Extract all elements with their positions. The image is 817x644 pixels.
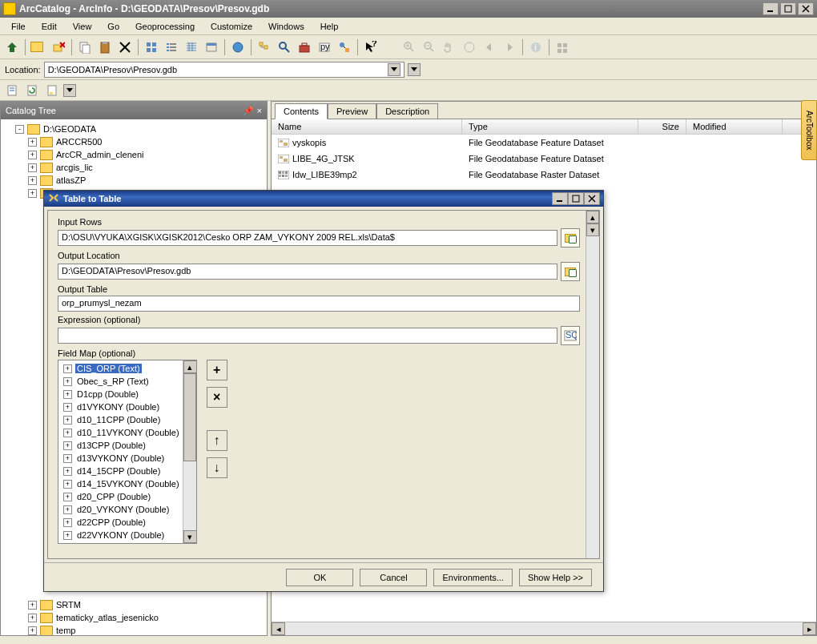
list-item[interactable]: vyskopisFile Geodatabase Feature Dataset bbox=[272, 135, 816, 151]
tb-identify-icon[interactable]: i bbox=[527, 38, 545, 56]
field-map-item[interactable]: +d14_15VYKONY (Double) bbox=[60, 477, 181, 490]
move-up-button[interactable]: ↑ bbox=[207, 430, 227, 451]
ok-button[interactable]: OK bbox=[286, 569, 353, 586]
tree-expander-icon[interactable]: - bbox=[15, 125, 24, 134]
output-table-field[interactable]: orp_prumysl_nezam bbox=[58, 296, 580, 312]
tree-expander-icon[interactable]: + bbox=[63, 441, 72, 450]
tree-expander-icon[interactable]: + bbox=[28, 614, 37, 622]
location-dropdown-alt-icon[interactable] bbox=[408, 63, 421, 76]
tree-expander-icon[interactable]: + bbox=[28, 138, 37, 147]
scroll-thumb[interactable] bbox=[183, 373, 196, 461]
show-help-button[interactable]: Show Help >> bbox=[519, 569, 592, 586]
tb2-properties-icon[interactable] bbox=[43, 82, 61, 99]
tb-help-cursor-icon[interactable]: ? bbox=[362, 38, 380, 56]
field-map-item[interactable]: +d13VYKONY (Double) bbox=[60, 452, 181, 465]
tree-expander-icon[interactable]: + bbox=[63, 429, 72, 437]
tree-item[interactable]: +ArcCR_admin_cleneni bbox=[2, 148, 265, 161]
tree-item[interactable]: +tematicky_atlas_jesenicko bbox=[2, 611, 265, 624]
browse-output-location-button[interactable] bbox=[561, 262, 580, 281]
menu-windows[interactable]: Windows bbox=[262, 20, 311, 33]
tree-label[interactable]: tematicky_atlas_jesenicko bbox=[56, 613, 159, 622]
dialog-titlebar[interactable]: Table to Table bbox=[44, 191, 603, 207]
dialog-minimize-button[interactable] bbox=[552, 192, 568, 205]
menu-edit[interactable]: Edit bbox=[35, 20, 63, 33]
tb-paste-icon[interactable] bbox=[96, 38, 114, 56]
field-map-item[interactable]: +d23CPP (Double) bbox=[60, 541, 181, 543]
field-map-item[interactable]: +d13CPP (Double) bbox=[60, 439, 181, 452]
tree-expander-icon[interactable]: + bbox=[63, 480, 72, 489]
field-map-item[interactable]: +d22CPP (Double) bbox=[60, 516, 181, 529]
arctoolbox-dock-tab[interactable]: ArcToolbox bbox=[801, 100, 817, 160]
tree-expander-icon[interactable]: + bbox=[63, 493, 72, 501]
tab-preview[interactable]: Preview bbox=[328, 103, 376, 119]
output-location-field[interactable]: D:\GEODATA\Presov\Presov.gdb bbox=[58, 264, 557, 280]
tb-create-thumbnail-icon[interactable] bbox=[553, 38, 571, 56]
field-map-item[interactable]: +d10_11VYKONY (Double) bbox=[60, 426, 181, 439]
list-item[interactable]: LIBE_4G_JTSKFile Geodatabase Feature Dat… bbox=[272, 151, 816, 167]
tree-expander-icon[interactable]: + bbox=[63, 505, 72, 514]
tb-pan-icon[interactable] bbox=[441, 38, 458, 56]
panel-close-icon[interactable]: × bbox=[257, 106, 262, 115]
tb2-refresh-icon[interactable] bbox=[23, 82, 41, 99]
scroll-up-icon[interactable]: ▴ bbox=[586, 211, 599, 223]
add-field-button[interactable]: + bbox=[207, 360, 227, 380]
sql-button[interactable]: SQL bbox=[561, 326, 580, 345]
field-map-item[interactable]: +CIS_ORP (Text) bbox=[60, 362, 181, 375]
column-header[interactable]: Modified bbox=[686, 119, 783, 134]
tb-catalog-tree-icon[interactable] bbox=[256, 38, 273, 56]
tab-description[interactable]: Description bbox=[376, 103, 438, 119]
tb-back-icon[interactable] bbox=[481, 38, 498, 56]
menu-go[interactable]: Go bbox=[101, 20, 126, 33]
tree-expander-icon[interactable]: + bbox=[63, 531, 72, 540]
tree-label[interactable]: ARCCR500 bbox=[56, 137, 102, 147]
input-rows-field[interactable]: D:\OSU\VYUKA\XGISK\XGISK2012\Cesko ORP Z… bbox=[58, 230, 557, 246]
scroll-down-icon[interactable]: ▾ bbox=[183, 530, 197, 543]
column-header[interactable]: Name bbox=[272, 119, 462, 134]
tree-expander-icon[interactable]: + bbox=[28, 151, 37, 159]
cancel-button[interactable]: Cancel bbox=[360, 569, 427, 586]
dialog-scrollbar[interactable]: ▴ ▾ bbox=[586, 211, 599, 558]
tb-copy-icon[interactable] bbox=[76, 38, 94, 56]
tree-label[interactable]: arcgis_lic bbox=[56, 163, 93, 172]
tree-item[interactable]: +arcgis_lic bbox=[2, 161, 265, 174]
scrollbar-horizontal[interactable]: ◂ ▸ bbox=[272, 622, 816, 635]
tb2-dropdown-icon[interactable] bbox=[63, 84, 76, 97]
tree-label[interactable]: temp bbox=[56, 626, 75, 635]
maximize-button[interactable] bbox=[780, 2, 796, 15]
tree-expander-icon[interactable]: + bbox=[63, 467, 72, 476]
dialog-close-button[interactable] bbox=[584, 192, 600, 205]
menu-customize[interactable]: Customize bbox=[204, 20, 259, 33]
dialog-maximize-button[interactable] bbox=[568, 192, 584, 205]
tb-forward-icon[interactable] bbox=[501, 38, 518, 56]
tb-launch-arcmap-icon[interactable] bbox=[229, 38, 247, 56]
menu-help[interactable]: Help bbox=[314, 20, 345, 33]
expression-field[interactable] bbox=[58, 328, 557, 344]
tree-expander-icon[interactable]: + bbox=[63, 377, 72, 386]
tree-item[interactable]: +SRTM bbox=[2, 598, 265, 611]
tree-expander-icon[interactable]: + bbox=[28, 189, 37, 198]
field-map-list[interactable]: +CIS_ORP (Text)+Obec_s_RP (Text)+D1cpp (… bbox=[58, 360, 197, 544]
column-header[interactable]: Type bbox=[462, 119, 638, 134]
column-header[interactable]: Size bbox=[638, 119, 686, 134]
scroll-up-icon[interactable]: ▴ bbox=[183, 360, 197, 373]
tb-thumbnails-icon[interactable] bbox=[203, 38, 220, 56]
autohide-pin-icon[interactable]: 📌 bbox=[243, 106, 254, 116]
field-map-item[interactable]: +d14_15CPP (Double) bbox=[60, 465, 181, 477]
menu-view[interactable]: View bbox=[66, 20, 99, 33]
tb-zoom-out-icon[interactable] bbox=[421, 38, 438, 56]
field-map-item[interactable]: +d20_CPP (Double) bbox=[60, 490, 181, 503]
menu-geoprocessing[interactable]: Geoprocessing bbox=[129, 20, 201, 33]
field-map-item[interactable]: +d20_VYKONY (Double) bbox=[60, 503, 181, 516]
close-button[interactable] bbox=[798, 2, 814, 15]
tb-full-extent-icon[interactable] bbox=[461, 38, 478, 56]
location-dropdown-icon[interactable] bbox=[388, 63, 400, 76]
tb-list-icon[interactable] bbox=[163, 38, 180, 56]
tb-python-icon[interactable]: py bbox=[316, 38, 333, 56]
minimize-button[interactable] bbox=[763, 2, 779, 15]
tb2-metadata-icon[interactable] bbox=[3, 82, 21, 99]
tree-expander-icon[interactable]: + bbox=[63, 364, 72, 373]
tb-large-icons-icon[interactable] bbox=[143, 38, 160, 56]
tb-zoom-in-icon[interactable] bbox=[400, 38, 418, 56]
scroll-left-icon[interactable]: ◂ bbox=[272, 622, 285, 635]
tb-modelbuilder-icon[interactable] bbox=[336, 38, 353, 56]
